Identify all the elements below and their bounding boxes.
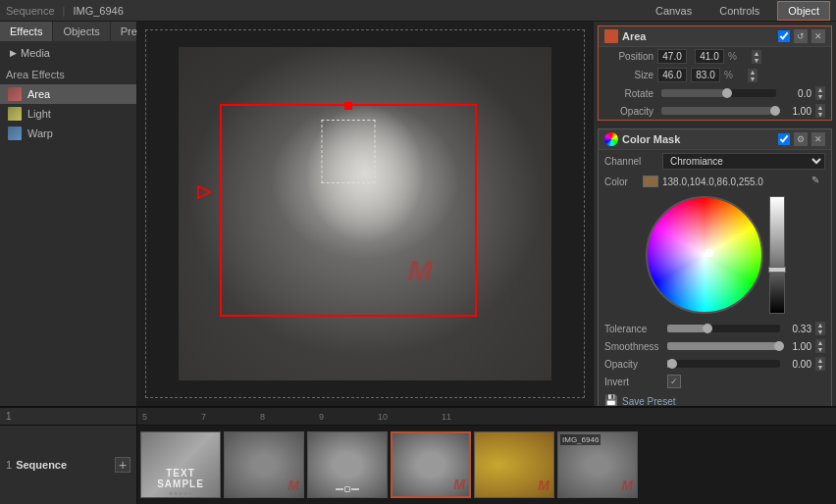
tab-objects[interactable]: Objects xyxy=(53,22,110,41)
m-watermark: M xyxy=(407,254,432,287)
canvas-tab[interactable]: Canvas xyxy=(646,2,702,20)
resize-handle[interactable] xyxy=(336,486,359,492)
effect-light[interactable]: Light xyxy=(0,104,136,124)
tab-effects[interactable]: Effects xyxy=(0,22,53,41)
save-preset-link[interactable]: Save Preset xyxy=(622,396,675,407)
size-unit: % xyxy=(724,70,744,80)
tolerance-value: 0.33 xyxy=(784,324,811,334)
thumb-img6946[interactable]: IMG_6946 M xyxy=(557,431,638,498)
timeline-mark-5: 5 xyxy=(142,412,147,422)
color-mask-icon xyxy=(604,132,618,146)
size-spin[interactable]: ▲ ▼ xyxy=(748,69,758,82)
color-wheel-cursor xyxy=(705,249,713,257)
cm-opacity-label: Opacity xyxy=(604,359,663,370)
controls-tab[interactable]: Controls xyxy=(709,2,769,20)
channel-label: Channel xyxy=(604,156,658,167)
thumb-m-6946: M xyxy=(621,478,633,493)
text-sample-label: TEXT SAMPLE xyxy=(141,468,220,489)
timeline-mark-7: 7 xyxy=(201,412,206,422)
thumb-baby-3[interactable]: M xyxy=(391,431,471,498)
media-label: Media xyxy=(21,47,50,59)
smoothness-label: Smoothness xyxy=(604,341,663,352)
add-to-timeline-btn[interactable]: + xyxy=(115,457,131,473)
thumb-text-sample[interactable]: TEXT SAMPLE xyxy=(140,431,221,498)
opacity-value: 1.00 xyxy=(784,106,811,117)
arrow-right-icon: ▷ xyxy=(197,180,211,202)
rotate-slider[interactable] xyxy=(661,89,776,97)
seq-number: 1 xyxy=(6,459,12,471)
area-refresh-btn[interactable]: ↺ xyxy=(794,29,808,43)
area-close-btn[interactable]: ✕ xyxy=(811,29,825,43)
color-label: Color xyxy=(604,176,639,187)
opacity-slider[interactable] xyxy=(661,107,776,115)
effect-area[interactable]: Area xyxy=(0,84,136,104)
opacity-label: Opacity xyxy=(604,106,653,117)
color-mask-settings-btn[interactable]: ⚙ xyxy=(794,132,808,146)
cm-opacity-spin[interactable]: ▲ ▼ xyxy=(815,357,825,371)
invert-checkbox[interactable]: ✓ xyxy=(667,375,681,388)
triangle-icon: ▶ xyxy=(10,48,17,58)
separator: | xyxy=(63,5,66,17)
tolerance-label: Tolerance xyxy=(604,324,663,334)
object-tab[interactable]: Object xyxy=(777,1,830,21)
thumb-yellow[interactable]: M xyxy=(474,431,554,498)
thumb-m-yellow: M xyxy=(538,478,549,493)
area-section-icon xyxy=(604,29,618,43)
effect-warp[interactable]: Warp xyxy=(0,124,136,143)
warp-effect-icon xyxy=(8,126,22,140)
size-x-input[interactable] xyxy=(657,68,687,82)
warp-effect-label: Warp xyxy=(27,127,53,139)
color-value: 138.0,104.0,86.0,255.0 xyxy=(662,176,808,187)
color-mask-checkbox[interactable] xyxy=(778,133,790,145)
size-y-input[interactable] xyxy=(691,68,720,82)
smoothness-spin[interactable]: ▲ ▼ xyxy=(815,339,825,353)
smoothness-value: 1.00 xyxy=(784,341,811,352)
area-effect-label: Area xyxy=(27,88,50,100)
drag-handle[interactable] xyxy=(170,492,192,495)
smoothness-slider[interactable] xyxy=(667,342,780,350)
color-mask-title: Color Mask xyxy=(622,133,774,145)
area-effects-label: Area Effects xyxy=(0,65,136,84)
position-spin[interactable]: ▲ ▼ xyxy=(752,50,761,64)
position-label: Position xyxy=(604,51,653,62)
color-swatch[interactable] xyxy=(643,176,658,187)
color-mask-close-btn[interactable]: ✕ xyxy=(811,132,825,146)
area-checkbox[interactable] xyxy=(778,30,790,42)
rotate-value: 0.0 xyxy=(784,88,811,99)
timeline-mark-8: 8 xyxy=(260,412,265,422)
timeline-num-label: 1 xyxy=(0,408,137,425)
tolerance-slider[interactable] xyxy=(667,325,780,332)
img6946-label: IMG_6946 xyxy=(560,434,601,445)
color-wheel[interactable] xyxy=(646,196,763,314)
thumb-m-1: M xyxy=(287,478,299,493)
cm-opacity-value: 0.00 xyxy=(784,359,811,370)
light-effect-icon xyxy=(8,107,22,121)
timeline-mark-11: 11 xyxy=(442,412,451,422)
position-unit: % xyxy=(728,51,748,62)
tolerance-spin[interactable]: ▲ ▼ xyxy=(815,322,825,335)
img-tab-label: IMG_6946 xyxy=(73,5,123,17)
media-item[interactable]: ▶ Media xyxy=(6,45,131,61)
thumb-baby-2[interactable] xyxy=(307,431,388,498)
opacity-spin[interactable]: ▲ ▼ xyxy=(815,104,825,118)
edit-pencil-icon[interactable]: ✎ xyxy=(811,175,825,188)
timeline-label-col: 1 Sequence + xyxy=(0,426,137,504)
invert-label: Invert xyxy=(604,377,663,387)
thumb-m-3: M xyxy=(453,477,465,492)
area-effect-icon xyxy=(8,87,22,101)
save-preset-icon: 💾 xyxy=(604,394,618,406)
rotate-label: Rotate xyxy=(604,88,653,99)
light-effect-label: Light xyxy=(27,108,51,120)
thumb-baby-1[interactable]: M xyxy=(224,431,304,498)
size-label: Size xyxy=(604,70,653,80)
channel-select[interactable]: Chromiance Luminance xyxy=(662,153,825,170)
timeline-mark-10: 10 xyxy=(378,412,388,422)
position-y-input[interactable] xyxy=(695,49,724,64)
cm-opacity-slider[interactable] xyxy=(667,360,780,368)
brightness-slider[interactable] xyxy=(769,196,785,314)
sequence-tab-label: Sequence xyxy=(6,5,55,17)
rotate-spin[interactable]: ▲ ▼ xyxy=(815,86,825,100)
timeline-mark-9: 9 xyxy=(319,412,324,422)
position-x-input[interactable] xyxy=(657,49,687,64)
sequence-label: Sequence xyxy=(16,459,67,471)
